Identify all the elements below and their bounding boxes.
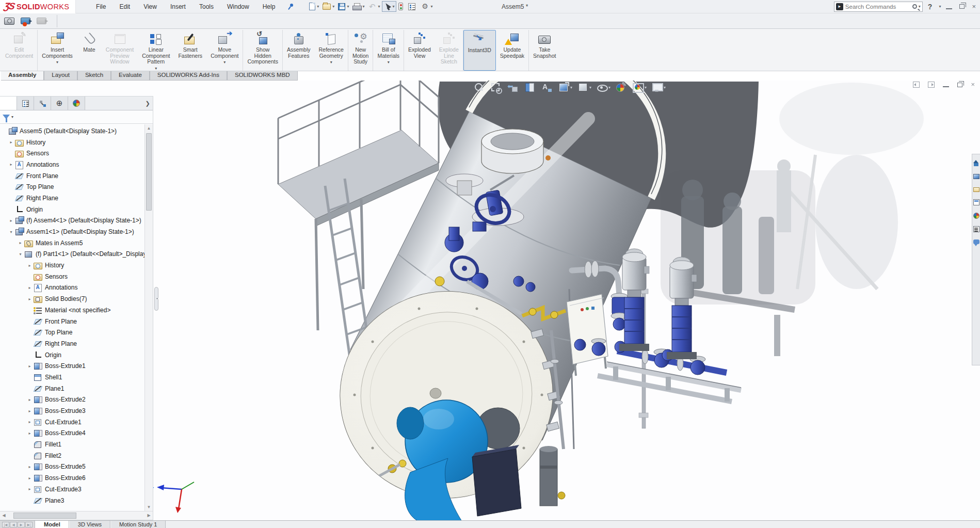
tree-item-fillet2[interactable]: Fillet2 [0, 450, 144, 461]
show-hidden-components-button[interactable]: Show Hidden Components [243, 30, 283, 71]
print-button[interactable]: ▾ [351, 2, 366, 11]
motion-go-last-button[interactable]: ▶| [25, 522, 33, 527]
scroll-left-icon[interactable]: ◀ [0, 511, 8, 520]
rebuild-button[interactable] [397, 2, 406, 11]
tree-item-shell1[interactable]: Shell1 [0, 372, 144, 383]
tree-filter-bar[interactable]: ▾ [0, 110, 153, 124]
bottom-tab-3d-views[interactable]: 3D Views [69, 521, 110, 528]
expand-collapse-arrow[interactable]: ▸ [26, 476, 33, 481]
tab-layout[interactable]: Layout [44, 71, 77, 81]
displaymanager-tab[interactable] [68, 97, 85, 110]
motion-go-previous-button[interactable]: ◀ [10, 522, 17, 527]
expand-collapse-arrow[interactable]: ▾ [17, 252, 24, 257]
menu-edit[interactable]: Edit [113, 1, 137, 13]
tree-item-mates-in-assem5[interactable]: ▸ Mates in Assem5 [0, 237, 144, 249]
bill-of-materials-button[interactable]: Bill of Materials ▾ [373, 30, 404, 71]
menu-window[interactable]: Window [220, 1, 256, 13]
tree-item-part1-history[interactable]: ▸ History [0, 260, 144, 271]
propertymanager-tab[interactable] [17, 97, 34, 110]
tree-item-cut-extrude1[interactable]: ▸ Cut-Extrude1 [0, 417, 144, 428]
tree-item-origin[interactable]: Origin [0, 204, 144, 215]
file-explorer-folder-icon[interactable] [973, 187, 979, 192]
search-icon[interactable] [912, 4, 917, 9]
doc-minimize-icon[interactable] [943, 82, 949, 87]
menu-insert[interactable]: Insert [164, 1, 192, 13]
tree-item-annotations[interactable]: ▸ Annotations [0, 159, 144, 170]
search-scope-icon[interactable] [836, 3, 843, 10]
edit-component-button[interactable]: Edit Component [1, 30, 38, 71]
tree-item-history[interactable]: ▸ History [0, 137, 144, 148]
expand-collapse-arrow[interactable]: ▸ [8, 140, 14, 145]
appearances-scenes-icon[interactable] [973, 213, 979, 219]
panel-splitter-handle[interactable] [154, 287, 158, 311]
tree-item-fillet1[interactable]: Fillet1 [0, 439, 144, 450]
tab-assembly[interactable]: Assembly [1, 71, 44, 81]
motion-go-first-button[interactable]: |◀ [2, 522, 9, 527]
expand-collapse-arrow[interactable]: ▸ [26, 409, 33, 413]
tab-evaluate[interactable]: Evaluate [111, 71, 150, 81]
burner-control-box[interactable] [472, 449, 521, 516]
zoom-to-area-button[interactable] [490, 82, 502, 92]
collapse-pane-left-icon[interactable] [913, 82, 920, 88]
annotations-visibility-button[interactable] [541, 82, 553, 92]
bottom-tab-model[interactable]: Model [35, 521, 69, 528]
select-tool-button[interactable]: ▾ [382, 1, 396, 12]
scrollbar-thumb[interactable] [146, 133, 152, 211]
tree-item-plane3[interactable]: Plane3 [0, 495, 144, 506]
expand-collapse-arrow[interactable]: ▾ [8, 230, 14, 234]
search-commands-box[interactable]: ▾ [834, 2, 923, 12]
expand-collapse-arrow[interactable]: ▸ [8, 218, 14, 223]
tree-item-part1-right-plane[interactable]: Right Plane [0, 338, 144, 349]
assembly-features-button[interactable]: Assembly Features [283, 30, 315, 71]
save-button[interactable]: ▾ [336, 2, 350, 11]
tree-item-part1-sensors[interactable]: Sensors [0, 271, 144, 282]
expand-collapse-arrow[interactable]: ▸ [17, 241, 24, 245]
apply-scene-button[interactable]: ▾ [632, 82, 647, 92]
menu-file[interactable]: File [89, 1, 113, 13]
doc-restore-icon[interactable] [957, 83, 962, 87]
open-button[interactable]: ▾ [321, 3, 336, 11]
restore-icon[interactable] [959, 4, 965, 9]
tree-item-part1[interactable]: ▾ (f) Part1<1> (Default<<Default>_Displa… [0, 249, 144, 260]
expand-collapse-arrow[interactable]: ▸ [26, 487, 33, 491]
doc-close-icon[interactable]: × [971, 82, 975, 88]
expand-collapse-arrow[interactable]: ▸ [26, 431, 33, 436]
tree-item-top-plane[interactable]: Top Plane [0, 181, 144, 193]
insert-components-button[interactable]: Insert Components ▾ [38, 30, 77, 71]
expand-collapse-arrow[interactable]: ▸ [26, 364, 33, 369]
tab-solidworks-add-ins[interactable]: SOLIDWORKS Add-Ins [150, 71, 227, 81]
minimize-icon[interactable] [946, 4, 952, 9]
scroll-right-icon[interactable]: ▶ [145, 511, 153, 520]
undo-button[interactable]: ▾ [366, 2, 381, 11]
expand-collapse-arrow[interactable]: ▸ [26, 420, 33, 424]
options-button[interactable]: ▾ [419, 2, 434, 12]
move-component-button[interactable]: Move Component ▾ [206, 30, 243, 71]
smart-fasteners-button[interactable]: Smart Fasteners [174, 30, 206, 71]
scrollbar-thumb[interactable] [13, 513, 76, 519]
reference-geometry-button[interactable]: Reference Geometry ▾ [314, 30, 348, 71]
zoom-to-fit-button[interactable] [473, 82, 485, 92]
configurationmanager-tab[interactable] [34, 97, 51, 110]
search-input[interactable] [843, 4, 912, 10]
tree-item-sensors[interactable]: Sensors [0, 148, 144, 159]
solidworks-resources-home-icon[interactable] [973, 161, 979, 167]
tree-item-part1-top-plane[interactable]: Top Plane [0, 327, 144, 338]
tree-item-boss-extrude1[interactable]: ▸ Boss-Extrude1 [0, 360, 144, 372]
control-cabinet[interactable] [567, 294, 608, 376]
dimxpertmanager-tab[interactable] [51, 97, 68, 110]
manhole-collar[interactable] [481, 129, 551, 173]
view-settings-button[interactable]: ▾ [651, 82, 666, 92]
new-document-button[interactable]: ▾ [308, 2, 320, 11]
exhaust-stack[interactable] [540, 446, 565, 506]
expand-collapse-arrow[interactable]: ▸ [26, 285, 33, 290]
tree-item-material[interactable]: Material <not specified> [0, 305, 144, 316]
tree-item-assem4[interactable]: ▸ (f) Assem4<1> (Default<Display State-1… [0, 215, 144, 227]
custom-properties-icon[interactable] [973, 226, 979, 232]
explode-line-sketch-button[interactable]: Explode Line Sketch [435, 30, 463, 71]
tree-item-assem1[interactable]: ▾ Assem1<1> (Default<Display State-1>) [0, 226, 144, 237]
instant3d-button[interactable]: Instant3D [463, 30, 496, 71]
tree-vertical-scrollbar[interactable]: ▲ ▼ [144, 124, 153, 511]
search-caret-icon[interactable]: ▾ [919, 4, 921, 9]
update-speedpak-button[interactable]: Update Speedpak [496, 30, 529, 71]
file-properties-button[interactable] [407, 2, 419, 11]
